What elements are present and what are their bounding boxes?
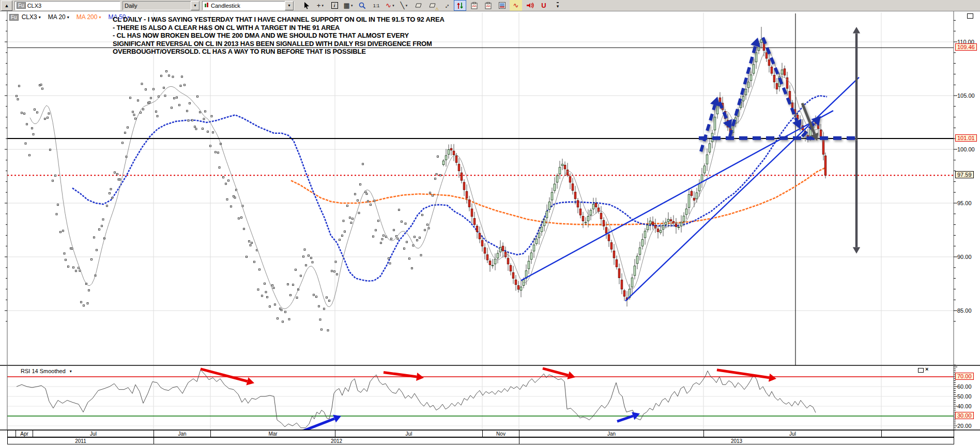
month-cell (881, 430, 954, 437)
price-tick-label: 85.00 (957, 307, 972, 314)
chevron-down-icon[interactable]: ▾ (67, 15, 69, 20)
legend-item-label: MA 20 (48, 13, 66, 21)
legend-item-label: MA 200 (76, 13, 98, 21)
month-cell: Jan (519, 430, 703, 437)
rsi-study-label[interactable]: RSI 14 Smoothed ▾ (21, 368, 72, 374)
annotation-line: OVERBOUGHT/OVERSOLD. CL HAS A WAY TO RUN… (113, 48, 485, 56)
rsi-flag-30.00: 30.00 (955, 412, 974, 419)
price-flag-109.46: 109.46 (955, 43, 977, 51)
month-cell: Jul (33, 430, 154, 437)
legend-item-ma20[interactable]: MA 20▾ (48, 13, 69, 21)
rsi-tick-label: 40.00 (957, 403, 972, 409)
chevron-down-icon[interactable]: ▾ (39, 15, 41, 20)
legend-symbol-label: CLX3 (22, 13, 37, 21)
restore-rsi-panel-icon[interactable] (918, 368, 924, 373)
chevron-down-icon[interactable]: ▾ (70, 369, 72, 374)
rsi-tick-label: 50.00 (957, 393, 972, 399)
month-cell: Jul (335, 430, 482, 437)
annotation-line: - CL HAS NOW BROKEN BELOW THE 200 DMA AN… (113, 32, 485, 40)
month-cell (7, 430, 16, 437)
close-rsi-panel-icon[interactable]: × (925, 366, 928, 372)
annotation-line: - THERE IS ALSO A CLEAR H&S ON CL WITH A… (113, 24, 485, 32)
rsi-flag-70.00: 70.00 (955, 373, 974, 380)
trading-app-window: ▲ Fu CLX3 Daily ▼ Candlestick ▼ +▼i▦▼1:1… (0, 0, 980, 446)
month-cell: Apr (16, 430, 33, 437)
legend-symbol[interactable]: Fu CLX3 ▾ (9, 13, 41, 21)
chevron-down-icon[interactable]: ▾ (99, 15, 101, 20)
annotation-line: SIGNIFICANT REVERSAL ON CL IN 2013 HAS B… (113, 40, 485, 48)
month-cell: Nov (482, 430, 519, 437)
month-cell: Jul (703, 430, 881, 437)
legend-item-ma200[interactable]: MA 200▾ (76, 13, 101, 21)
month-row: AprJulJanMarJulNovJanJul (0, 430, 980, 437)
rsi-study-name: RSI 14 Smoothed (21, 368, 66, 374)
rsi-tick-label: 60.00 (957, 383, 972, 390)
month-cell: Jan (154, 430, 210, 437)
chart-legend: Fu CLX3 ▾ MA 20▾MA 200▾MA 50▾ (9, 13, 130, 21)
year-cell: 2013 (519, 437, 954, 444)
price-tick-label: 105.00 (957, 93, 975, 99)
price-tick-label: 95.00 (957, 200, 972, 206)
year-cell: 2012 (154, 437, 519, 444)
year-row: 201120122013 (0, 437, 980, 444)
price-tick-label: 90.00 (957, 254, 972, 260)
month-cell: Mar (210, 430, 335, 437)
price-chart-canvas[interactable] (0, 0, 980, 446)
restore-window-icon[interactable] (967, 13, 973, 19)
price-tick-label: 100.00 (957, 146, 975, 152)
annotation-line: CL DAILY - I WAS SAYING YESTERDAY THAT I… (113, 16, 485, 24)
price-flag-97.59: 97.59 (955, 171, 974, 178)
year-cell: 2011 (7, 437, 154, 444)
analysis-annotation: CL DAILY - I WAS SAYING YESTERDAY THAT I… (113, 16, 485, 56)
price-flag-101.01: 101.01 (955, 134, 977, 142)
rsi-tick-label: 20.00 (957, 423, 972, 429)
futures-badge: Fu (9, 14, 19, 21)
